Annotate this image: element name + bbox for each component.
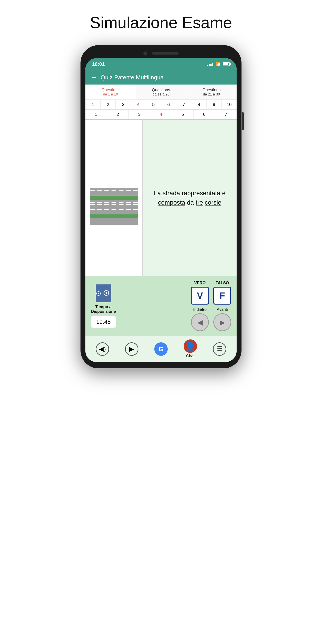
svg-rect-9 xyxy=(90,214,138,218)
phone-shell: 18:01 📶 ← Quiz Patente Multilingua xyxy=(80,45,242,368)
vero-button[interactable]: V xyxy=(191,287,209,304)
chat-label: Chat xyxy=(186,354,194,358)
left-controls: Tempo aDisposizione 19:48 xyxy=(91,284,116,328)
tab-1-range: da 1 a 10 xyxy=(87,92,134,96)
indietro-label: Indietro xyxy=(193,307,206,312)
tab-questions-1-10[interactable]: Questions da 1 a 10 xyxy=(86,84,136,100)
toolbar-translate[interactable]: G xyxy=(154,342,168,356)
sub-num-6[interactable]: 6 xyxy=(194,110,215,119)
tab-1-title: Questions xyxy=(87,88,134,92)
book-icon[interactable] xyxy=(96,284,111,302)
timer-display: 19:48 xyxy=(91,316,116,328)
toolbar-menu[interactable]: ☰ xyxy=(213,342,226,356)
play-icon: ▶ xyxy=(125,342,138,356)
phone-speaker xyxy=(152,52,179,54)
tab-questions-11-20[interactable]: Questions da 11 a 20 xyxy=(136,84,186,100)
num-10[interactable]: 10 xyxy=(222,100,236,109)
sub-num-4[interactable]: 4 xyxy=(150,110,172,119)
num-9[interactable]: 9 xyxy=(206,100,222,109)
sub-num-5[interactable]: 5 xyxy=(172,110,194,119)
sub-number-row: 1 2 3 4 5 6 7 xyxy=(86,110,236,120)
chat-avatar-icon: 👤 xyxy=(184,340,197,353)
tab-3-title: Questions xyxy=(188,88,235,92)
num-7[interactable]: 7 xyxy=(176,100,192,109)
tab-2-range: da 11 a 20 xyxy=(138,92,184,96)
nav-row: Indietro ◀ Avanti ▶ xyxy=(191,307,231,331)
tab-3-range: da 21 a 30 xyxy=(188,92,235,96)
wifi-icon: 📶 xyxy=(216,62,220,67)
toolbar-play[interactable]: ▶ xyxy=(125,342,138,356)
svg-rect-4 xyxy=(90,200,138,207)
avanti-button[interactable]: ▶ xyxy=(213,313,231,331)
page-title: Simulazione Esame xyxy=(90,14,232,32)
phone-side-button xyxy=(242,112,244,130)
num-3[interactable]: 3 xyxy=(116,100,131,109)
back-button[interactable]: ← xyxy=(91,74,97,81)
toolbar-sound[interactable]: ◀) xyxy=(96,342,109,356)
right-controls: VERO V FALSO F Indietro ◀ Avanti xyxy=(191,281,231,331)
battery-icon xyxy=(223,62,230,66)
svg-rect-1 xyxy=(90,188,138,196)
phone-screen: 18:01 📶 ← Quiz Patente Multilingua xyxy=(86,58,236,362)
bottom-toolbar: ◀) ▶ G 👤 Chat xyxy=(86,336,236,362)
phone-camera xyxy=(143,52,147,56)
status-bar: 18:01 📶 xyxy=(86,58,236,70)
svg-rect-10 xyxy=(90,218,138,225)
book-svg xyxy=(101,287,111,300)
image-panel xyxy=(86,120,143,276)
indietro-group: Indietro ◀ xyxy=(191,307,209,331)
num-5[interactable]: 5 xyxy=(146,100,161,109)
status-time: 18:01 xyxy=(92,61,105,67)
number-row: 1 2 3 4 5 6 7 8 9 10 xyxy=(86,100,236,110)
sub-num-1[interactable]: 1 xyxy=(86,110,107,119)
battery-fill xyxy=(224,63,228,65)
falso-button[interactable]: F xyxy=(213,287,231,304)
svg-rect-3 xyxy=(90,196,138,200)
sub-num-7[interactable]: 7 xyxy=(215,110,236,119)
num-8[interactable]: 8 xyxy=(192,100,206,109)
vero-group: VERO V xyxy=(191,281,209,304)
sub-num-2[interactable]: 2 xyxy=(107,110,129,119)
num-2[interactable]: 2 xyxy=(100,100,116,109)
timer-label: Tempo aDisposizione xyxy=(91,304,116,314)
falso-label: FALSO xyxy=(216,281,229,285)
question-text: La strada rappresentata è composta da tr… xyxy=(147,188,232,207)
sub-num-3[interactable]: 3 xyxy=(128,110,150,119)
tab-2-title: Questions xyxy=(138,88,184,92)
num-1[interactable]: 1 xyxy=(86,100,100,109)
avanti-group: Avanti ▶ xyxy=(213,307,231,331)
main-content: La strada rappresentata è composta da tr… xyxy=(86,120,236,276)
bottom-controls: Tempo aDisposizione 19:48 VERO V FALSO F xyxy=(86,276,236,336)
num-6[interactable]: 6 xyxy=(161,100,176,109)
toolbar-chat[interactable]: 👤 Chat xyxy=(184,340,197,358)
avanti-label: Avanti xyxy=(217,307,228,312)
sound-icon: ◀) xyxy=(96,342,109,356)
svg-point-13 xyxy=(105,292,107,294)
num-4[interactable]: 4 xyxy=(131,100,146,109)
menu-icon: ☰ xyxy=(213,342,226,356)
text-panel: La strada rappresentata è composta da tr… xyxy=(143,120,236,276)
signal-icon xyxy=(207,62,213,66)
falso-group: FALSO F xyxy=(213,281,231,304)
translate-icon: G xyxy=(154,342,168,356)
phone-notch xyxy=(86,52,236,56)
questions-tabs: Questions da 1 a 10 Questions da 11 a 20… xyxy=(86,84,236,100)
road-image xyxy=(90,162,138,234)
svg-rect-7 xyxy=(90,207,138,214)
tab-questions-21-30[interactable]: Questions da 21 a 30 xyxy=(186,84,236,100)
app-header: ← Quiz Patente Multilingua xyxy=(86,70,236,84)
indietro-button[interactable]: ◀ xyxy=(191,313,209,331)
vero-falso-row: VERO V FALSO F xyxy=(191,281,231,304)
vero-label: VERO xyxy=(194,281,206,285)
status-icons: 📶 xyxy=(207,62,230,67)
app-title: Quiz Patente Multilingua xyxy=(100,74,164,81)
